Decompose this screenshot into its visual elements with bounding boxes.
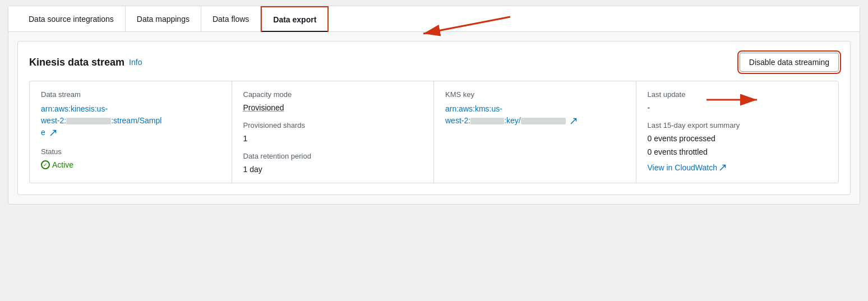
data-cell-capacity: Capacity mode Provisioned Provisioned sh… — [232, 81, 435, 183]
info-link[interactable]: Info — [129, 58, 142, 67]
data-cell-last-update: Last update - Last 15-day export summary… — [636, 81, 839, 183]
shards-label: Provisioned shards — [243, 121, 423, 129]
summary-label: Last 15-day export summary — [648, 121, 828, 129]
check-circle-icon: ✓ — [41, 160, 50, 169]
disable-data-streaming-button[interactable]: Disable data streaming — [740, 53, 839, 72]
tab-data-export[interactable]: Data export — [261, 6, 329, 32]
last-update-value: - — [648, 103, 828, 112]
status-value: ✓ Active — [41, 160, 220, 169]
capacity-value: Provisioned — [243, 103, 423, 112]
kms-value[interactable]: arn:aws:kms:us-west-2::key/ — [445, 103, 625, 127]
data-cell-stream: Data stream arn:aws:kinesis:us-west-2::s… — [30, 81, 232, 183]
shards-value: 1 — [243, 134, 423, 143]
tab-data-source-integrations[interactable]: Data source integrations — [17, 6, 126, 31]
section-header: Kinesis data stream Info Disable data st… — [29, 53, 839, 72]
tab-data-mappings[interactable]: Data mappings — [126, 6, 201, 31]
stream-value[interactable]: arn:aws:kinesis:us-west-2::stream/Sample — [41, 103, 220, 138]
events-throttled: 0 events throttled — [648, 147, 828, 156]
retention-value: 1 day — [243, 165, 423, 174]
stream-label: Data stream — [41, 90, 220, 99]
cloudwatch-link[interactable]: View in CloudWatch — [648, 163, 828, 172]
tab-data-flows[interactable]: Data flows — [201, 6, 261, 31]
last-update-label: Last update — [648, 90, 828, 99]
data-cell-kms: KMS key arn:aws:kms:us-west-2::key/ — [434, 81, 636, 183]
section-title: Kinesis data stream — [29, 57, 124, 68]
tab-bar: Data source integrations Data mappings D… — [8, 6, 860, 32]
kms-label: KMS key — [445, 90, 625, 99]
retention-label: Data retention period — [243, 152, 423, 160]
data-grid: Data stream arn:aws:kinesis:us-west-2::s… — [29, 81, 839, 183]
events-processed: 0 events processed — [648, 134, 828, 143]
section-title-group: Kinesis data stream Info — [29, 57, 142, 68]
capacity-label: Capacity mode — [243, 90, 423, 99]
main-content: Kinesis data stream Info Disable data st… — [17, 41, 851, 195]
status-label: Status — [41, 147, 220, 156]
